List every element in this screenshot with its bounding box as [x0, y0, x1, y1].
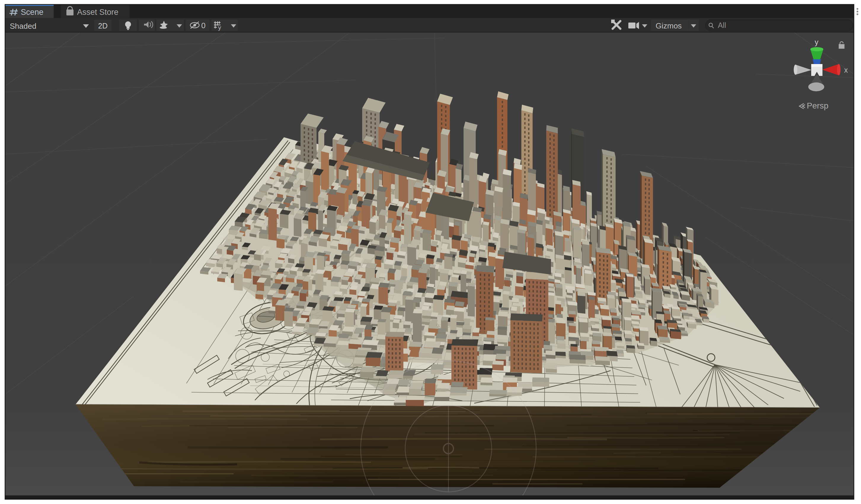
svg-text:Shaded: Shaded: [10, 22, 37, 30]
svg-text:All: All: [718, 21, 726, 29]
svg-text:2D: 2D: [98, 22, 108, 30]
svg-text:x: x: [844, 66, 848, 74]
svg-text:Persp: Persp: [807, 101, 829, 110]
svg-text:Asset Store: Asset Store: [77, 8, 119, 17]
svg-text:y: y: [815, 38, 819, 46]
svg-text:y: y: [218, 24, 221, 31]
svg-text:Gizmos: Gizmos: [656, 21, 682, 30]
svg-text:0: 0: [201, 21, 205, 30]
svg-text:Scene: Scene: [21, 8, 44, 17]
